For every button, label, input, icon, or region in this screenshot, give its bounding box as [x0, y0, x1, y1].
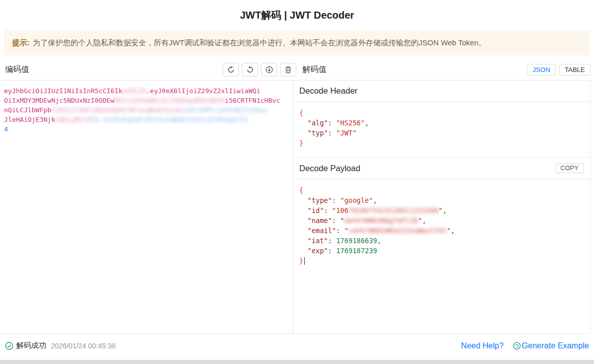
payload-json: { "type": "google", "id": "1067010675419… [293, 179, 590, 333]
decode-payload-title: Decode Payload [299, 164, 360, 173]
encoder-header: 编码值 [5, 63, 296, 77]
status-timestamp: 2026/01/24 00:45:38 [51, 342, 115, 350]
copy-button[interactable]: COPY [555, 163, 584, 173]
refresh-button[interactable] [242, 63, 258, 77]
generate-example-label: Generate Example [522, 341, 589, 350]
generate-example-link[interactable]: Generate Example [513, 341, 589, 350]
download-circle-icon [266, 66, 273, 74]
decode-payload-section-head: Decode Payload COPY [293, 158, 590, 179]
decode-status: 解码成功 2026/01/24 00:45:38 [5, 341, 115, 350]
notice-label: 提示: [12, 38, 30, 47]
jwt-token-text: eyJhbGciOiJIUzI1NiIsInR5cCI6IkpXVCJ9.eyJ… [4, 86, 289, 134]
decode-header-section-head: Decode Header [293, 81, 590, 102]
decoder-label: 解码值 [302, 64, 326, 75]
clear-button[interactable] [280, 63, 296, 77]
tab-table[interactable]: TABLE [559, 64, 590, 76]
privacy-notice: 提示:为了保护您的个人隐私和数据安全，所有JWT调试和验证都在浏览器中进行。本网… [4, 30, 590, 55]
footer-links: Need Help? Generate Example [461, 341, 589, 350]
generate-example-icon [513, 342, 521, 350]
import-button[interactable] [261, 63, 277, 77]
status-text: 解码成功 [16, 341, 46, 350]
view-switcher: JSON TABLE [523, 64, 590, 76]
decoded-panel: Decode Header { "alg": "HS256", "typ": "… [293, 81, 590, 333]
encoder-toolbar [220, 63, 296, 77]
tab-json[interactable]: JSON [527, 64, 556, 76]
panel-headers: 编码值 解码值 JSON TABLE [0, 63, 594, 80]
status-bar: 解码成功 2026/01/24 00:45:38 Need Help? Gene… [0, 334, 594, 350]
success-check-icon [5, 342, 13, 350]
undo-button[interactable] [223, 63, 239, 77]
encoder-label: 编码值 [5, 64, 29, 75]
header-json: { "alg": "HS256", "typ": "JWT"} [293, 102, 590, 158]
refresh-icon [246, 66, 254, 74]
notice-text: 为了保护您的个人隐私和数据安全，所有JWT调试和验证都在浏览器中进行。本网站不会… [33, 38, 486, 47]
horizontal-scrollbar[interactable] [0, 360, 594, 364]
decode-header-title: Decode Header [299, 86, 358, 96]
decoder-header: 解码值 JSON TABLE [296, 64, 590, 76]
undo-icon [227, 66, 235, 74]
main-panels: eyJhbGciOiJIUzI1NiIsInR5cCI6IkpXVCJ9.eyJ… [0, 80, 590, 334]
page-title: JWT解码 | JWT Decoder [0, 0, 594, 22]
trash-icon [285, 66, 292, 74]
need-help-link[interactable]: Need Help? [461, 341, 504, 350]
jwt-input-area[interactable]: eyJhbGciOiJIUzI1NiIsInR5cCI6IkpXVCJ9.eyJ… [0, 81, 293, 333]
